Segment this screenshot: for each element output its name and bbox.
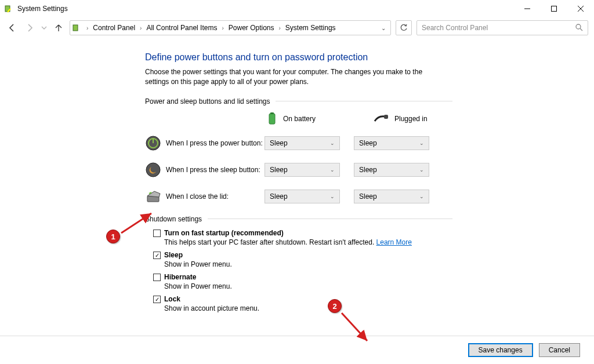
chevron-down-icon: ⌄ — [419, 167, 424, 173]
checkbox-description: This helps start your PC faster after sh… — [164, 238, 452, 246]
content-area: Define power buttons and turn on passwor… — [0, 38, 452, 312]
search-icon — [575, 23, 583, 33]
chevron-down-icon: ⌄ — [419, 140, 424, 146]
checkbox-lock[interactable]: ✓ — [153, 296, 161, 303]
column-header-battery: On battery — [283, 115, 316, 123]
power-options-icon — [5, 4, 14, 13]
window-title: System Settings — [17, 5, 68, 13]
checkbox-label: Hibernate — [164, 273, 196, 281]
navigation-bar: › Control Panel › All Control Panel Item… — [0, 17, 594, 38]
setting-row-power-button: When I press the power button: Sleep⌄ Sl… — [145, 135, 452, 151]
setting-label: When I close the lid: — [166, 192, 265, 201]
chevron-down-icon: ⌄ — [330, 140, 335, 146]
maximize-button[interactable] — [541, 0, 567, 17]
svg-rect-5 — [73, 25, 78, 31]
select-lid-battery[interactable]: Sleep⌄ — [265, 190, 340, 203]
footer: Save changes Cancel — [0, 336, 594, 357]
svg-line-7 — [580, 28, 582, 31]
minimize-button[interactable] — [514, 0, 541, 17]
address-dropdown-button[interactable]: ⌄ — [376, 25, 390, 31]
callout-1: 1 — [106, 230, 120, 243]
breadcrumb-item[interactable]: Power Options — [227, 24, 276, 32]
up-button[interactable] — [52, 21, 65, 34]
svg-rect-2 — [552, 6, 557, 12]
address-breadcrumb[interactable]: › Control Panel › All Control Panel Item… — [70, 20, 391, 35]
chevron-right-icon[interactable]: › — [83, 25, 92, 31]
breadcrumb-item[interactable]: Control Panel — [92, 24, 136, 32]
svg-point-14 — [146, 163, 160, 177]
search-input[interactable]: Search Control Panel — [416, 20, 588, 35]
search-placeholder: Search Control Panel — [422, 24, 575, 32]
sleep-button-icon — [145, 162, 161, 178]
recent-locations-button[interactable] — [41, 21, 48, 34]
svg-rect-10 — [384, 115, 388, 119]
column-header-plugged: Plugged in — [394, 115, 428, 123]
checkbox-label: Turn on fast startup (recommended) — [164, 229, 284, 237]
svg-rect-8 — [269, 114, 275, 124]
chevron-right-icon[interactable]: › — [276, 25, 284, 31]
svg-rect-9 — [270, 112, 274, 114]
save-button[interactable]: Save changes — [468, 343, 533, 357]
refresh-button[interactable] — [396, 20, 412, 35]
chevron-right-icon[interactable]: › — [218, 25, 227, 31]
back-button[interactable] — [6, 21, 19, 34]
setting-row-sleep-button: When I press the sleep button: Sleep⌄ Sl… — [145, 162, 452, 178]
cancel-button[interactable]: Cancel — [539, 343, 580, 357]
page-description: Choose the power settings that you want … — [145, 67, 447, 87]
laptop-lid-icon — [145, 188, 161, 205]
chevron-down-icon: ⌄ — [330, 194, 335, 199]
select-power-button-battery[interactable]: Sleep⌄ — [265, 136, 340, 150]
checkbox-description: Show in account picture menu. — [164, 304, 452, 312]
breadcrumb-item[interactable]: System Settings — [284, 24, 337, 32]
plug-icon — [374, 114, 389, 124]
divider — [276, 101, 452, 101]
page-title: Define power buttons and turn on passwor… — [145, 52, 452, 63]
setting-row-lid: When I close the lid: Sleep⌄ Sleep⌄ — [145, 188, 452, 205]
checkbox-description: Show in Power menu. — [164, 260, 452, 268]
select-sleep-button-plugged[interactable]: Sleep⌄ — [354, 163, 429, 177]
group-label-shutdown: Shutdown settings — [145, 215, 202, 223]
group-label-power-buttons: Power and sleep buttons and lid settings — [145, 97, 270, 105]
select-power-button-plugged[interactable]: Sleep⌄ — [354, 136, 429, 150]
checkbox-label: Lock — [164, 295, 180, 303]
checkbox-description: Show in Power menu. — [164, 282, 452, 290]
checkbox-fast-startup[interactable] — [153, 230, 161, 237]
checkbox-sleep[interactable]: ✓ — [153, 252, 161, 259]
select-sleep-button-battery[interactable]: Sleep⌄ — [265, 163, 340, 177]
checkbox-label: Sleep — [164, 251, 183, 259]
setting-label: When I press the sleep button: — [166, 166, 265, 174]
titlebar: System Settings — [0, 0, 594, 17]
battery-icon — [267, 111, 277, 127]
svg-point-6 — [576, 24, 581, 29]
power-button-icon — [145, 135, 161, 151]
close-button[interactable] — [567, 0, 594, 17]
checkbox-hibernate[interactable] — [153, 274, 161, 281]
chevron-down-icon: ⌄ — [330, 167, 335, 173]
chevron-right-icon[interactable]: › — [136, 25, 145, 31]
learn-more-link[interactable]: Learn More — [376, 238, 412, 246]
divider — [208, 219, 452, 219]
setting-label: When I press the power button: — [166, 139, 265, 147]
power-options-icon — [73, 23, 82, 32]
callout-2: 2 — [328, 299, 342, 313]
breadcrumb-item[interactable]: All Control Panel Items — [145, 24, 218, 32]
select-lid-plugged[interactable]: Sleep⌄ — [354, 190, 429, 203]
chevron-down-icon: ⌄ — [419, 194, 424, 199]
forward-button[interactable] — [23, 21, 36, 34]
